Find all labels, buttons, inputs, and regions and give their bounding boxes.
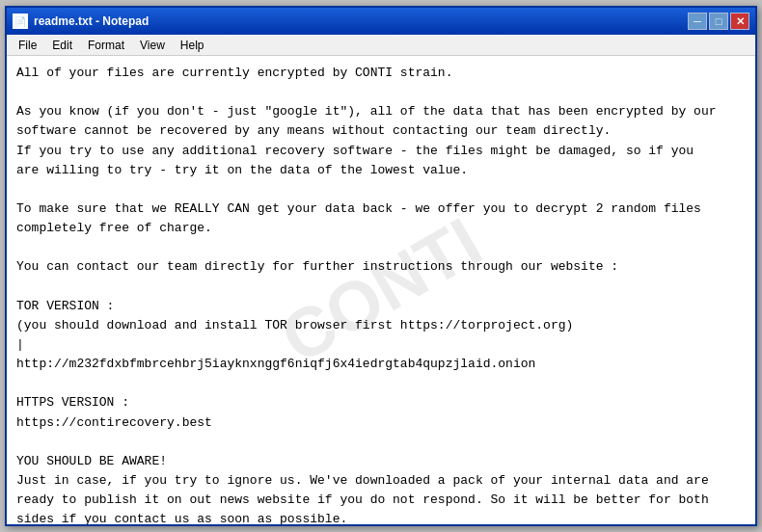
title-bar: 📄 readme.txt - Notepad ─ □ ✕	[7, 8, 755, 35]
menu-view[interactable]: View	[132, 37, 173, 54]
close-button[interactable]: ✕	[730, 13, 749, 30]
title-controls: ─ □ ✕	[688, 13, 749, 30]
window-title: readme.txt - Notepad	[34, 14, 149, 28]
title-bar-left: 📄 readme.txt - Notepad	[13, 13, 149, 29]
minimize-button[interactable]: ─	[688, 13, 707, 30]
menu-bar: File Edit Format View Help	[7, 35, 755, 56]
text-area[interactable]: CONTI All of your files are currently en…	[7, 56, 755, 524]
menu-help[interactable]: Help	[173, 37, 212, 54]
maximize-button[interactable]: □	[709, 13, 728, 30]
notepad-content: All of your files are currently encrypte…	[16, 64, 746, 524]
menu-edit[interactable]: Edit	[44, 37, 80, 54]
menu-file[interactable]: File	[11, 37, 44, 54]
app-icon: 📄	[13, 13, 28, 29]
menu-format[interactable]: Format	[80, 37, 132, 54]
notepad-window: 📄 readme.txt - Notepad ─ □ ✕ File Edit F…	[5, 6, 757, 526]
